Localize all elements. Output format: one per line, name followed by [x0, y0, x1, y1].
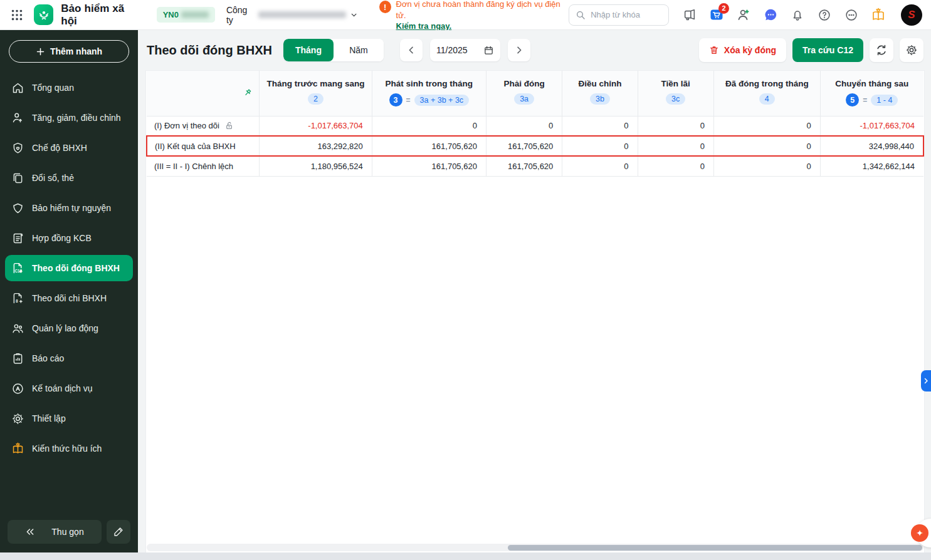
next-period-button[interactable] [508, 39, 530, 61]
cart-badge: 2 [718, 3, 729, 14]
trash-icon [709, 45, 719, 55]
collapse-sidebar-button[interactable]: Thu gọn [8, 520, 102, 544]
accounting-icon [11, 382, 24, 395]
company-label: Công ty [226, 5, 255, 25]
table-empty-area [146, 177, 924, 544]
period-toggle: Tháng Năm [283, 39, 384, 61]
search-icon [576, 10, 586, 20]
header-chuyen-thang-sau: Chuyển tháng sau 5 = 1 - 4 [820, 71, 923, 116]
cell-value: 0 [638, 156, 713, 176]
top-header: Bảo hiểm xã hội YN0 Công ty ! Đơn vị chư… [0, 0, 931, 30]
cart-icon[interactable]: 2 [708, 7, 725, 23]
expand-panel-tab[interactable] [921, 370, 931, 391]
period-date-picker[interactable]: 11/2025 [430, 39, 500, 61]
table-row-don-vi-theo-doi[interactable]: (I) Đơn vị theo dõi -1,017,663,704 0 0 0… [147, 116, 923, 136]
company-selector[interactable]: Công ty [226, 5, 358, 25]
edit-menu-button[interactable] [107, 520, 130, 544]
help-icon[interactable] [816, 7, 833, 23]
header-thang-truoc-mang-sang: Tháng trước mang sang 2 [260, 71, 372, 116]
chat-icon[interactable] [762, 7, 779, 23]
more-icon[interactable] [843, 7, 860, 23]
page-title: Theo dõi đóng BHXH [147, 43, 272, 58]
row-label: (I) Đơn vị theo dõi [154, 121, 219, 130]
sidebar-item-theo-doi-dong-bhxh[interactable]: C12 Theo dõi đóng BHXH [5, 255, 133, 281]
company-code-badge: YN0 [157, 7, 215, 23]
col-badge: 3a + 3b + 3c [414, 95, 470, 106]
report-icon [11, 352, 24, 365]
sidebar-item-label: Thiết lập [32, 413, 66, 423]
quick-add-label: Thêm nhanh [50, 46, 102, 56]
pin-icon[interactable] [242, 87, 253, 98]
sidebar-item-theo-doi-chi-bhxh[interactable]: 8 Theo dõi chi BHXH [5, 283, 133, 313]
sidebar-item-che-do-bhxh[interactable]: Chế độ BHXH [5, 133, 133, 163]
lookup-c12-button[interactable]: Tra cứu C12 [792, 38, 863, 62]
knowledge-icon[interactable] [870, 7, 886, 23]
shield-icon [11, 202, 24, 215]
cell-value: 0 [713, 116, 820, 136]
prev-period-button[interactable] [400, 39, 423, 61]
chevron-down-icon [350, 11, 358, 19]
unlock-icon[interactable] [224, 121, 234, 130]
contract-icon [11, 232, 24, 245]
sidebar-item-thiet-lap[interactable]: Thiết lập [5, 403, 133, 433]
table-row-chenh-lech[interactable]: (III = II - I) Chênh lệch 1,180,956,524 … [147, 156, 923, 176]
assistant-fab[interactable]: ✦ [911, 524, 928, 542]
sidebar-item-label: Kế toán dịch vụ [32, 383, 93, 393]
bottom-strip [0, 552, 931, 560]
period-month-button[interactable]: Tháng [283, 39, 334, 61]
sidebar-item-hop-dong-kcb[interactable]: Hợp đồng KCB [5, 223, 133, 253]
sync-icon [875, 44, 888, 56]
gear-icon [11, 412, 24, 425]
user-avatar[interactable]: S [901, 4, 922, 26]
megaphone-icon[interactable] [681, 7, 698, 23]
sidebar-item-label: Chế độ BHXH [32, 143, 87, 153]
bell-icon[interactable] [789, 7, 806, 23]
quick-add-button[interactable]: Thêm nhanh [9, 40, 129, 63]
sidebar-item-bao-cao[interactable]: Báo cáo [5, 343, 133, 373]
table-header-row: Tháng trước mang sang 2 Phát sinh trong … [147, 71, 923, 116]
sidebar-item-label: Theo dõi chi BHXH [32, 293, 107, 303]
sidebar-item-ke-toan-dich-vu[interactable]: Kế toán dịch vụ [5, 373, 133, 403]
plus-icon [36, 47, 45, 56]
header-phat-sinh-trong-thang: Phát sinh trong tháng 3 = 3a + 3b + 3c [372, 71, 486, 116]
sidebar-item-kien-thuc-huu-ich[interactable]: Kiến thức hữu ích [5, 433, 133, 464]
apps-grid-icon[interactable] [10, 8, 24, 22]
table-row-ket-qua-bhxh-highlighted[interactable]: (II) Kết quả của BHXH 163,292,820 161,70… [147, 136, 923, 156]
cell-value: 0 [372, 116, 486, 136]
table-settings-button[interactable] [900, 38, 923, 62]
sidebar: Thêm nhanh Tổng quan Tăng, giảm, điều ch… [0, 30, 138, 552]
user-add-icon[interactable] [735, 7, 752, 23]
cell-value: 161,705,620 [486, 156, 562, 176]
chevron-right-icon [514, 45, 524, 55]
refresh-button[interactable] [870, 38, 893, 62]
sidebar-item-tong-quan[interactable]: Tổng quan [5, 73, 133, 103]
search-input[interactable] [591, 10, 660, 19]
warning-check-link[interactable]: Kiểm tra ngay. [396, 21, 563, 31]
warning-text: Đơn vị chưa hoàn thành đăng ký dịch vụ đ… [396, 0, 563, 21]
sidebar-item-bao-hiem-tu-nguyen[interactable]: Bảo hiểm tự nguyện [5, 193, 133, 223]
collapse-label: Thu gọn [51, 527, 83, 537]
sidebar-item-label: Tổng quan [32, 83, 74, 93]
header-tien-lai: Tiền lãi 3c [638, 71, 713, 116]
cell-value: -1,017,663,704 [260, 116, 372, 136]
chevron-left-icon [406, 45, 416, 55]
sidebar-item-label: Báo cáo [32, 353, 64, 363]
sidebar-item-quan-ly-lao-dong[interactable]: Quản lý lao động [5, 313, 133, 343]
home-icon [11, 81, 24, 95]
cell-value: 0 [562, 116, 638, 136]
scrollbar-thumb[interactable] [508, 545, 922, 551]
app-window: Bảo hiểm xã hội YN0 Công ty ! Đơn vị chư… [0, 0, 931, 560]
sidebar-item-tang-giam[interactable]: Tăng, giảm, điều chỉnh [5, 103, 133, 133]
sidebar-item-doi-so-the[interactable]: Đổi sổ, thẻ [5, 163, 133, 193]
global-search[interactable] [569, 4, 669, 26]
warning-icon: ! [379, 1, 391, 13]
calendar-icon [483, 45, 494, 56]
col-badge: 3b [590, 93, 610, 105]
horizontal-scrollbar[interactable] [147, 544, 923, 551]
cell-value: 0 [562, 136, 638, 156]
period-year-button[interactable]: Năm [334, 39, 384, 61]
delete-period-button[interactable]: Xóa kỳ đóng [699, 38, 786, 62]
period-date-value: 11/2025 [436, 45, 468, 55]
svg-text:8: 8 [16, 298, 18, 303]
app-logo-icon[interactable] [34, 4, 53, 25]
